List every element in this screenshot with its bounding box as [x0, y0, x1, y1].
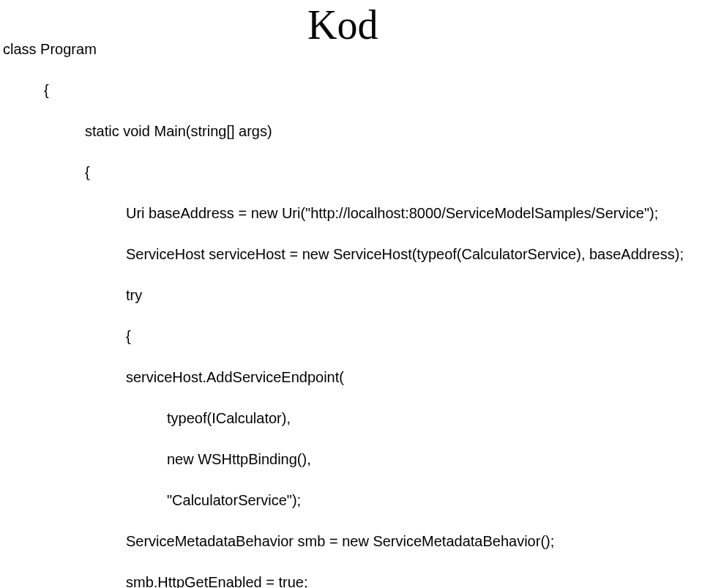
code-line: smb.HttpGetEnabled = true;	[126, 572, 684, 588]
code-line: serviceHost.AddServiceEndpoint(	[126, 367, 684, 387]
code-line: try	[126, 285, 684, 305]
code-line: Uri baseAddress = new Uri("http://localh…	[126, 203, 684, 223]
code-line: typeof(ICalculator),	[167, 408, 684, 428]
code-line: {	[85, 162, 684, 182]
code-line: "CalculatorService");	[167, 490, 684, 510]
code-block: class Program { static void Main(string[…	[3, 18, 684, 588]
code-line: ServiceHost serviceHost = new ServiceHos…	[126, 244, 684, 264]
code-line: {	[44, 80, 684, 100]
code-line: new WSHttpBinding(),	[167, 449, 684, 469]
code-line: class Program	[3, 39, 684, 59]
code-line: ServiceMetadataBehavior smb = new Servic…	[126, 531, 684, 551]
code-line: static void Main(string[] args)	[85, 121, 684, 141]
code-line: {	[126, 326, 684, 346]
